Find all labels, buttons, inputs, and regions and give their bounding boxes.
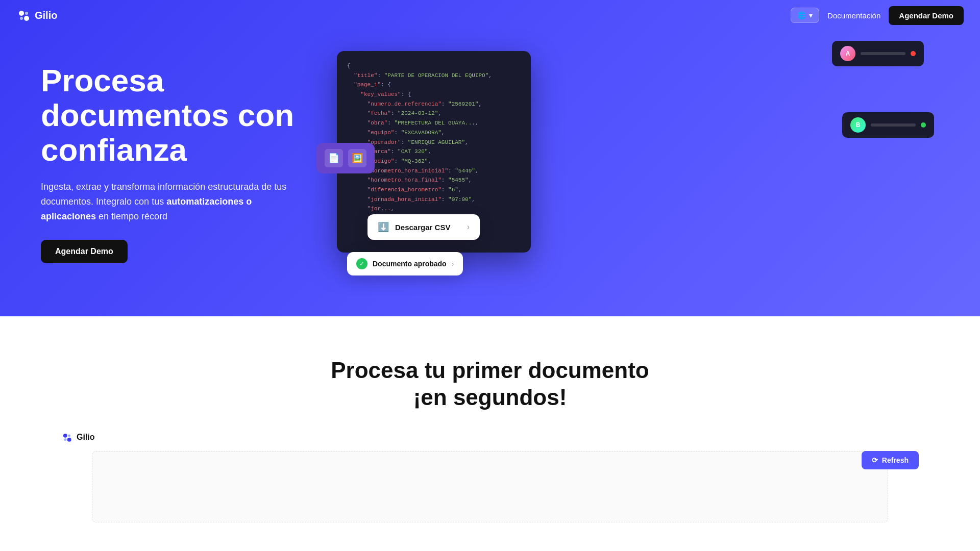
float-line-top	[861, 52, 905, 55]
hero-subtitle-end: en tiempo récord	[96, 211, 167, 221]
documentation-link[interactable]: Documentación	[827, 11, 880, 20]
section2-title: Procesa tu primer documento ¡en segundos…	[31, 357, 949, 411]
language-button[interactable]: 🌐 ▾	[791, 8, 819, 23]
svg-point-4	[63, 434, 67, 438]
logo-text: Gilio	[35, 10, 57, 21]
demo-upload-area[interactable]	[92, 451, 888, 522]
approved-label: Documento aprobado	[373, 260, 447, 268]
navbar: Gilio 🌐 ▾ Documentación Agendar Demo	[0, 0, 980, 31]
float-card-mid: B	[842, 112, 934, 138]
csv-arrow-icon: ›	[467, 222, 470, 232]
approved-card[interactable]: ✓ Documento aprobado ›	[347, 252, 463, 276]
check-icon: ✓	[356, 258, 368, 269]
demo-header: Gilio	[31, 432, 949, 451]
csv-download-card[interactable]: ⬇️ Descargar CSV ›	[368, 214, 480, 240]
hero-section: Procesa documentos con confianza Ingesta…	[0, 0, 980, 316]
refresh-button[interactable]: ⟳ Refresh	[862, 451, 919, 469]
nav-demo-button[interactable]: Agendar Demo	[889, 6, 964, 25]
section2: Procesa tu primer documento ¡en segundos…	[0, 316, 980, 551]
svg-point-6	[64, 438, 67, 441]
status-dot-red	[911, 51, 916, 56]
lang-dropdown-icon: ▾	[809, 11, 813, 19]
svg-point-1	[25, 12, 28, 15]
download-icon: ⬇️	[378, 221, 389, 233]
svg-point-2	[20, 17, 23, 20]
navbar-right: 🌐 ▾ Documentación Agendar Demo	[791, 6, 964, 25]
refresh-icon: ⟳	[872, 456, 878, 464]
svg-point-3	[24, 16, 29, 21]
logo: Gilio	[16, 8, 57, 22]
hero-subtitle: Ingesta, extrae y transforma información…	[41, 180, 306, 223]
image-icon: 🖼️	[348, 149, 366, 167]
csv-label: Descargar CSV	[395, 223, 461, 232]
status-dot-green	[921, 122, 926, 128]
section2-title-line2: ¡en segundos!	[413, 385, 567, 410]
icons-card: 📄 🖼️	[316, 143, 375, 173]
demo-brand-text: Gilio	[77, 433, 95, 442]
section2-title-line1: Procesa tu primer documento	[331, 358, 649, 383]
demo-brand: Gilio	[61, 432, 95, 443]
approved-arrow-icon: ›	[452, 260, 454, 268]
avatar-mid: B	[850, 117, 866, 133]
refresh-label: Refresh	[882, 456, 909, 464]
doc-icon: 📄	[325, 149, 343, 167]
float-line-mid	[871, 123, 916, 127]
svg-point-5	[68, 434, 70, 437]
svg-point-7	[67, 437, 71, 441]
svg-point-0	[19, 11, 24, 16]
hero-demo-button[interactable]: Agendar Demo	[41, 240, 128, 263]
hero-right: { "title": "PARTE DE OPERACION DEL EQUIP…	[306, 41, 939, 286]
logo-icon	[16, 8, 31, 22]
globe-icon: 🌐	[797, 11, 806, 19]
avatar-top: A	[840, 46, 855, 61]
float-card-top: A	[832, 41, 924, 66]
hero-title: Procesa documentos con confianza	[41, 63, 306, 168]
hero-left: Procesa documentos con confianza Ingesta…	[41, 63, 306, 264]
